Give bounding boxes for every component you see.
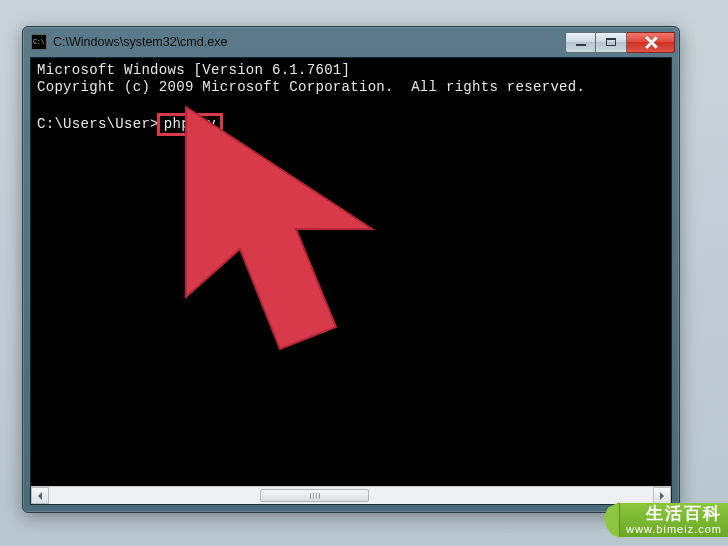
cmd-icon: C:\: [31, 34, 47, 50]
window-titlebar[interactable]: C:\ C:\Windows\system32\cmd.exe: [23, 27, 679, 57]
chevron-left-icon: [37, 492, 43, 500]
chevron-right-icon: [659, 492, 665, 500]
maximize-button[interactable]: [596, 32, 627, 53]
window-client-area: Microsoft Windows [Version 6.1.7601] Cop…: [30, 57, 672, 505]
close-icon: [644, 36, 657, 49]
minimize-icon: [576, 44, 586, 46]
highlighted-command: php -v: [157, 113, 223, 136]
scroll-thumb[interactable]: [260, 489, 369, 502]
watermark-box: 生活百科 www.bimeiz.com: [618, 503, 728, 537]
scroll-left-button[interactable]: [31, 487, 49, 504]
minimize-button[interactable]: [565, 32, 596, 53]
scroll-track[interactable]: [49, 487, 653, 504]
thumb-grip-icon: [310, 493, 320, 499]
terminal-output[interactable]: Microsoft Windows [Version 6.1.7601] Cop…: [31, 58, 671, 486]
watermark: 生活百科 www.bimeiz.com: [601, 502, 728, 538]
leaf-icon: [601, 502, 619, 538]
close-button[interactable]: [627, 32, 675, 53]
watermark-label: 生活百科: [646, 505, 722, 523]
cmd-icon-label: C:\: [33, 39, 44, 46]
window-controls: [565, 32, 675, 53]
cmd-window: C:\ C:\Windows\system32\cmd.exe Microsof…: [22, 26, 680, 513]
terminal-line-1: Microsoft Windows [Version 6.1.7601]: [37, 62, 350, 78]
terminal-prompt: C:\Users\User>: [37, 116, 159, 132]
horizontal-scrollbar[interactable]: [31, 486, 671, 504]
terminal-line-2: Copyright (c) 2009 Microsoft Corporation…: [37, 79, 585, 95]
window-title: C:\Windows\system32\cmd.exe: [53, 35, 565, 49]
maximize-icon: [606, 38, 616, 46]
watermark-url: www.bimeiz.com: [626, 523, 722, 535]
